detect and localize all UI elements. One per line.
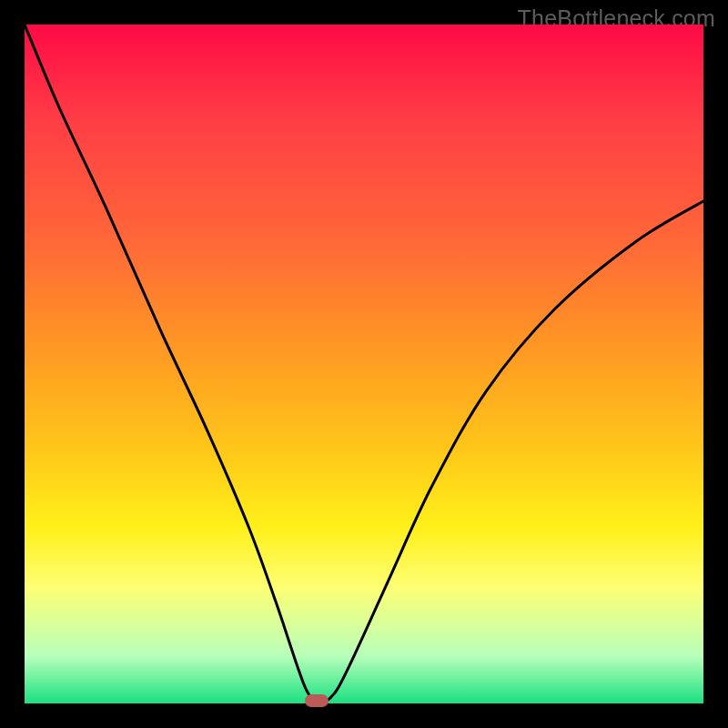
- bottleneck-curve: [25, 25, 703, 703]
- optimum-marker: [305, 694, 329, 707]
- plot-area: [25, 25, 703, 703]
- chart-frame: TheBottleneck.com: [0, 0, 728, 728]
